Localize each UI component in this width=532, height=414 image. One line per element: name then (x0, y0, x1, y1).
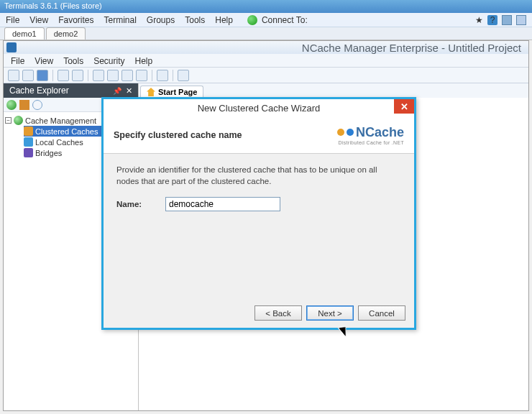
ncache-menu-view[interactable]: View (35, 56, 53, 65)
menu-help[interactable]: Help (215, 15, 233, 25)
connect-label: Connect To: (262, 15, 308, 25)
panel-title-label: Cache Explorer (9, 86, 69, 96)
ncache-menu-security[interactable]: Security (93, 56, 124, 65)
terminals-tabs: demo1 demo2 (0, 27, 532, 40)
wizard-buttons: < Back Next > Cancel (254, 305, 405, 321)
ncache-toolbar (4, 68, 528, 83)
wizard-heading: Specify clustered cache name (114, 130, 242, 140)
local-icon (24, 137, 33, 147)
tab-demo1[interactable]: demo1 (4, 27, 45, 40)
tree-root-label: Cache Management (25, 116, 96, 125)
ncache-header: NCache Manager Enterprise - Untitled Pro… (4, 41, 528, 54)
ncache-app-icon (6, 42, 17, 52)
toolbar-btn-4[interactable] (58, 70, 69, 81)
pin-icon[interactable]: 📌 (113, 87, 121, 95)
tree-item-label: Local Caches (35, 138, 83, 147)
menu-terminal[interactable]: Terminal (104, 15, 137, 25)
ncache-menu-help[interactable]: Help (135, 56, 153, 65)
ncache-menubar: File View Tools Security Help (4, 54, 528, 68)
back-button[interactable]: < Back (254, 305, 302, 321)
toolbar-new-icon[interactable] (8, 70, 19, 81)
globe-icon (14, 116, 23, 125)
close-icon: ✕ (400, 101, 408, 112)
panel-title: Cache Explorer 📌 ✕ (4, 83, 138, 98)
connect-icon[interactable] (247, 15, 257, 25)
ncache-menu-tools[interactable]: Tools (63, 56, 83, 65)
logo-dot-icon (347, 129, 354, 136)
toolbar-btn-7[interactable] (107, 70, 119, 81)
tree-item-label: Clustered Caches (35, 127, 98, 136)
panel-boxes-icon[interactable] (19, 100, 29, 110)
toolbar-save-icon[interactable] (37, 70, 48, 81)
toolbar-btn-11[interactable] (178, 70, 189, 81)
name-input[interactable] (165, 197, 280, 211)
window-icon[interactable] (516, 15, 526, 25)
tree-item-label: Bridges (35, 149, 62, 157)
ncache-logo: NCache Distributed Cache for .NET (337, 125, 404, 145)
expand-icon[interactable]: − (5, 117, 12, 124)
tab-strip: Start Page (139, 83, 528, 98)
bridge-icon (24, 148, 33, 157)
toolbar-btn-5[interactable] (72, 70, 83, 81)
tab-label: Start Page (158, 88, 197, 96)
logo-dot-icon (337, 129, 344, 136)
cancel-button[interactable]: Cancel (358, 305, 405, 321)
name-row: Name: (116, 197, 401, 211)
wizard-title-label: New Clustered Cache Wizard (198, 103, 321, 114)
close-button[interactable]: ✕ (394, 99, 414, 114)
favorites-icon[interactable]: ★ (475, 15, 483, 25)
tab-start-page[interactable]: Start Page (140, 86, 203, 98)
logo-text: NCache (356, 125, 404, 140)
toolbar-btn-9[interactable] (136, 70, 147, 81)
cluster-icon (24, 126, 33, 136)
wizard-dialog: New Clustered Cache Wizard ✕ Specify clu… (101, 97, 416, 330)
toolbar-btn-10[interactable] (157, 70, 168, 81)
logo-subtitle: Distributed Cache for .NET (339, 140, 404, 145)
terminals-menubar: File View Favorites Terminal Groups Tool… (0, 13, 532, 27)
wizard-header: Specify clustered cache name NCache Dist… (104, 116, 414, 154)
panel-globe-icon[interactable] (6, 100, 17, 110)
help-icon[interactable]: ? (487, 15, 497, 25)
home-icon (147, 88, 155, 96)
terminals-title: Terminals 3.6.1 (Files store) (4, 1, 102, 10)
menu-tools[interactable]: Tools (185, 15, 205, 25)
tab-demo2[interactable]: demo2 (46, 27, 86, 40)
ncache-menu-file[interactable]: File (11, 56, 24, 65)
terminals-titlebar: Terminals 3.6.1 (Files store) (0, 0, 532, 13)
toolbar-btn-6[interactable] (93, 70, 104, 81)
wizard-titlebar[interactable]: New Clustered Cache Wizard ✕ (104, 99, 414, 116)
toolbar-open-icon[interactable] (22, 70, 34, 81)
menu-favorites[interactable]: Favorites (58, 15, 93, 25)
menu-view[interactable]: View (29, 15, 48, 25)
ncache-title: NCache Manager Enterprise - Untitled Pro… (302, 42, 521, 54)
tile-icon[interactable] (502, 15, 512, 25)
panel-refresh-icon[interactable] (32, 100, 42, 110)
wizard-content: Provide an identifier for the clustered … (104, 154, 414, 221)
wizard-instruction: Provide an identifier for the clustered … (116, 164, 401, 187)
menu-file[interactable]: File (6, 15, 19, 25)
next-button[interactable]: Next > (306, 305, 354, 321)
toolbar-btn-8[interactable] (121, 70, 133, 81)
menu-groups[interactable]: Groups (147, 15, 175, 25)
terminals-right-icons: ★ ? (475, 15, 526, 25)
name-label: Name: (116, 200, 154, 208)
close-panel-icon[interactable]: ✕ (126, 86, 132, 96)
